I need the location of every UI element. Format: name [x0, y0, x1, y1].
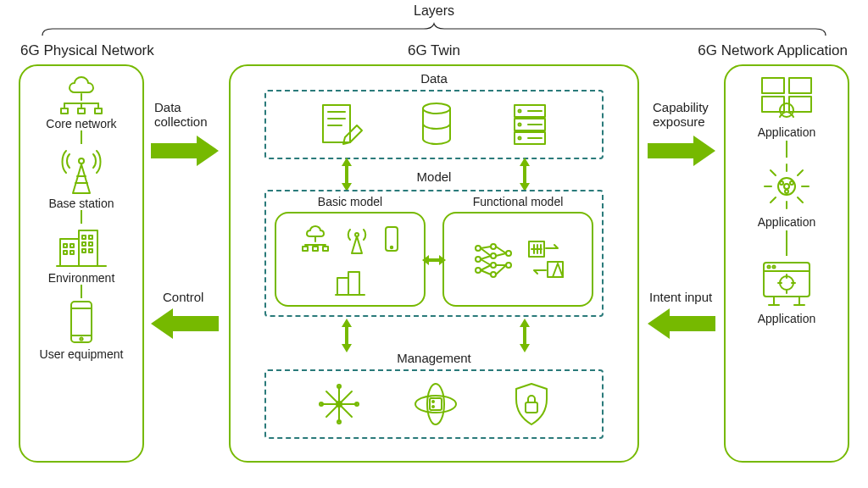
- data-transform-icon: [527, 240, 565, 279]
- core-network-icon: [56, 75, 107, 115]
- svg-line-72: [481, 270, 491, 274]
- svg-marker-119: [648, 308, 715, 339]
- svg-point-114: [773, 266, 776, 269]
- environment-label: Environment: [48, 271, 115, 285]
- panel-functional-model: [442, 212, 593, 307]
- svg-rect-54: [337, 278, 348, 295]
- svg-point-38: [519, 124, 521, 126]
- section-management-label: Management: [231, 351, 637, 365]
- svg-line-70: [481, 259, 491, 265]
- svg-rect-3: [61, 108, 68, 114]
- mini-buildings-icon: [334, 268, 366, 297]
- svg-rect-55: [348, 272, 359, 295]
- svg-point-109: [790, 181, 793, 185]
- document-edit-icon: [316, 100, 365, 149]
- svg-rect-17: [70, 251, 74, 254]
- svg-line-69: [481, 256, 491, 259]
- security-shield-icon: [510, 380, 553, 428]
- svg-rect-49: [323, 247, 328, 251]
- section-model: Basic model Functional model: [264, 190, 604, 317]
- svg-line-88: [339, 391, 352, 404]
- svg-line-67: [481, 247, 491, 248]
- base-station-label: Base station: [48, 197, 114, 210]
- arrow-data-collection: [151, 136, 219, 166]
- svg-point-39: [519, 137, 521, 140]
- functional-model-label: Functional model: [434, 195, 602, 208]
- section-data: [264, 90, 604, 159]
- svg-rect-23: [89, 249, 92, 252]
- svg-marker-79: [553, 263, 563, 277]
- arrow-capability-exposure: [648, 136, 715, 166]
- svg-line-90: [339, 404, 352, 417]
- mini-core-icon: [298, 225, 332, 253]
- svg-rect-19: [89, 236, 92, 239]
- arrow-control: [151, 308, 219, 339]
- mini-phone-icon: [381, 225, 402, 253]
- svg-marker-51: [352, 236, 362, 253]
- monitoring-app-icon: [757, 75, 816, 124]
- svg-marker-80: [342, 319, 352, 352]
- svg-marker-117: [151, 308, 219, 339]
- application-2-label: Application: [758, 215, 816, 229]
- label-control: Control: [163, 290, 203, 304]
- svg-line-71: [481, 265, 491, 270]
- heading-network-app: 6G Network Application: [698, 42, 848, 59]
- svg-rect-22: [82, 249, 86, 252]
- panel-network-application: Application Application: [724, 64, 849, 463]
- svg-rect-15: [70, 244, 74, 247]
- label-data-collection: Data collection: [154, 100, 208, 130]
- svg-point-107: [784, 184, 789, 189]
- automation-app-icon: [757, 258, 816, 310]
- svg-rect-48: [313, 247, 318, 251]
- svg-rect-104: [789, 97, 811, 112]
- application-1-label: Application: [758, 125, 816, 139]
- svg-rect-103: [762, 97, 784, 112]
- svg-point-33: [423, 103, 450, 114]
- arrow-model-mgmt-right: [519, 319, 527, 352]
- section-data-label: Data: [231, 71, 637, 86]
- distribute-icon: [316, 381, 362, 427]
- panel-basic-model: [275, 212, 426, 307]
- svg-point-99: [432, 406, 434, 408]
- user-equipment-icon: [64, 298, 98, 346]
- settings-app-icon: [760, 159, 814, 214]
- svg-line-68: [481, 248, 491, 256]
- section-model-label: Model: [231, 169, 637, 184]
- svg-marker-81: [520, 319, 530, 352]
- label-intent-input: Intent input: [649, 290, 712, 304]
- layers-label: Layers: [0, 3, 868, 19]
- base-station-icon: [58, 144, 104, 195]
- svg-rect-97: [430, 398, 442, 410]
- svg-point-110: [785, 190, 788, 193]
- layers-brace: [41, 22, 827, 37]
- svg-point-108: [780, 181, 783, 185]
- svg-marker-9: [73, 164, 90, 193]
- svg-rect-47: [303, 247, 308, 251]
- svg-rect-102: [789, 78, 811, 93]
- svg-point-98: [432, 401, 434, 402]
- svg-rect-7: [95, 108, 102, 114]
- svg-rect-101: [762, 78, 784, 93]
- svg-point-8: [79, 158, 84, 164]
- svg-rect-18: [82, 236, 86, 239]
- basic-model-label: Basic model: [266, 195, 434, 208]
- svg-line-87: [326, 391, 339, 404]
- environment-icon: [53, 224, 109, 269]
- svg-point-53: [391, 246, 392, 247]
- database-icon: [415, 100, 458, 149]
- svg-rect-20: [82, 242, 86, 246]
- svg-marker-118: [648, 136, 715, 166]
- application-3-label: Application: [758, 312, 816, 325]
- svg-rect-21: [89, 242, 92, 246]
- svg-point-113: [768, 266, 771, 269]
- panel-6g-twin: Data Model Basic model Functional model: [229, 64, 639, 463]
- svg-rect-16: [64, 251, 67, 254]
- neural-network-icon: [471, 240, 515, 279]
- panel-physical-network: Core network Base station: [19, 64, 144, 463]
- core-network-label: Core network: [46, 117, 116, 130]
- orchestration-icon: [411, 381, 460, 427]
- svg-line-76: [496, 265, 506, 274]
- svg-line-74: [496, 253, 506, 256]
- arrow-model-mgmt-left: [341, 319, 349, 352]
- label-capability-exposure: Capability exposure: [653, 100, 709, 130]
